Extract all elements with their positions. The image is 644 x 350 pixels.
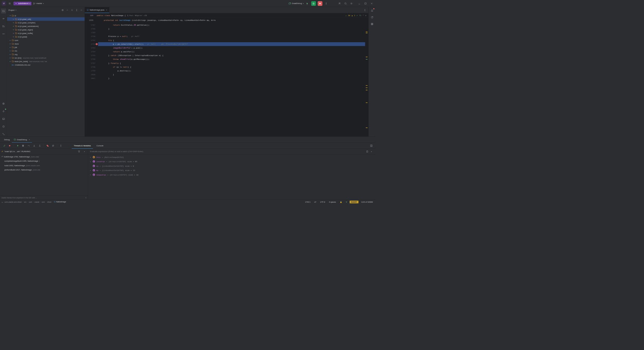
line-separator[interactable]: LF [313,201,317,203]
run-button[interactable]: | [305,2,309,6]
inspections-widget[interactable]: ⚠30 ▲2 ✔71 ^ v [345,14,366,16]
debug-button[interactable] [311,1,316,6]
tree-row[interactable]: ▸ci [ci.graal] [7,35,85,38]
project-tool-button[interactable] [1,9,6,14]
indent-settings[interactable]: 4 spaces [328,201,337,203]
chevron-down-icon[interactable]: v [365,14,366,16]
console-tab[interactable]: Console [94,143,105,149]
tree-row[interactable]: ▸ci [ci.graal_sdk] [7,17,85,21]
commit-tool-button[interactable] [1,16,6,21]
stack-frame[interactable]: ↶buildImage:1792, NativeImage (com.orac [0,154,88,159]
chevron-up-icon[interactable]: ^ [363,14,364,16]
rerun-button[interactable] [2,144,6,148]
variable-row[interactable]: ▸pmp = {LinkedHashSet@4706} size = 13 [88,168,376,172]
minimize-panel-button[interactable] [80,8,83,12]
run-tool-button[interactable] [1,101,6,106]
view-breakpoints-button[interactable] [46,144,50,148]
tree-row[interactable]: ▸docs [7,42,85,46]
variables-list[interactable]: ▸othis = {NativeImage@4703}▸pjavaArgs = … [88,154,376,200]
watch-input[interactable] [90,150,365,153]
readonly-toggle[interactable]: 🔓 [339,201,343,203]
debug-tab-main[interactable]: Debug [2,137,12,143]
tree-row[interactable]: ▸ci [ci.graal_substratevm] [7,24,85,28]
structure-button[interactable] [370,22,374,26]
settings-button[interactable] [349,2,353,6]
vim-status[interactable]: V [345,201,348,203]
tree-row[interactable]: ▸ci [ci.graal_compiler] [7,21,85,24]
more-actions-button[interactable] [324,2,328,6]
step-into-button[interactable] [32,144,36,148]
collapse-all-button[interactable] [70,8,74,12]
error-stripe[interactable] [365,23,369,137]
mute-breakpoints-button[interactable] [51,144,55,148]
filter-frames-button[interactable] [77,149,81,153]
layout-settings-button[interactable] [369,144,373,148]
vcs-tool-button[interactable] [1,132,6,137]
tree-row[interactable]: ▸mx [7,49,85,53]
pull-requests-tool-button[interactable] [1,24,6,29]
tab-options-button[interactable] [363,8,367,12]
expand-all-button[interactable] [66,8,69,12]
stack-frame[interactable]: performBuild:1917, NativeImage (com.ora [0,167,88,172]
tree-row[interactable]: M↓CHANGELOG.md [7,63,85,67]
debug-options-button[interactable] [59,144,63,148]
tree-row[interactable]: ▸jdk [7,46,85,49]
problems-tool-button[interactable] [1,124,6,129]
close-window-button[interactable] [370,2,374,6]
variable-row[interactable]: ▸pjavaArgs = {ArrayList@4704} size = 89 [88,159,376,164]
ai-assistant-button[interactable] [370,15,374,19]
tree-row[interactable]: ▸tests [mx_tests]test sources root, \\w [7,60,85,63]
stack-frame[interactable]: build:1952, NativeImage (com.oracle.svm. [0,163,88,167]
tree-row[interactable]: ▸ci [ci.graal_regex] [7,28,85,31]
variable-row[interactable]: pcp = {LinkedHashSet@4705} size = 0 [88,164,376,168]
caret-position[interactable]: 1792:1 [304,201,312,203]
tree-row[interactable]: ▸org [7,53,85,56]
close-icon[interactable]: × [29,139,30,141]
variable-row[interactable]: ▸othis = {NativeImage@4703} [88,155,376,159]
stop-debug-button[interactable] [8,144,12,148]
threads-vars-tab[interactable]: Threads & Variables [72,143,93,149]
thread-dropdown[interactable]: ▾ [82,149,86,153]
debug-tab-config[interactable]: GraalDebug × [12,137,32,143]
stack-frame[interactable]: completeImageBuild:1395, NativeImage ( [0,159,88,163]
maximize-window-button[interactable] [364,2,368,6]
branch-selector[interactable]: master ▾ [33,2,44,5]
notifications-button[interactable] [370,9,374,13]
select-opened-file-button[interactable] [61,8,64,12]
memory-indicator[interactable]: 1123 of 3200M [360,201,374,203]
close-tab-icon[interactable]: × [106,9,107,11]
app-icon[interactable]: IJ [2,2,6,6]
frames-list[interactable]: ↶buildImage:1792, NativeImage (com.oracc… [0,154,88,196]
main-menu-button[interactable] [8,2,12,6]
project-selector[interactable]: S substratevm ▾ [14,2,31,5]
file-encoding[interactable]: UTF-8 [319,201,326,203]
project-tree[interactable]: ▾ci▸ci [ci.graal_sdk]▸ci [ci.graal_compi… [7,13,85,137]
step-out-button[interactable] [38,144,42,148]
resume-button[interactable] [15,144,19,148]
tree-row[interactable]: ▸src [mx]sources root, \\wsl.localhost [7,56,85,60]
tree-row[interactable]: ▸ci [ci.graal_truffle] [7,31,85,35]
editor-tab-nativeimage[interactable]: Ⓒ NativeImage.java × [85,7,109,13]
stop-button[interactable] [318,1,323,6]
search-everywhere-button[interactable] [343,2,347,6]
author-annotation[interactable]: Paul Wögerer +38 [127,14,147,17]
terminal-tool-button[interactable] [1,116,6,121]
add-watch-button[interactable] [365,149,369,153]
step-over-button[interactable] [27,144,31,148]
editor-gutter[interactable]: 1787178817891790179117921793179417951796… [85,23,98,137]
minimize-window-button[interactable] [357,2,361,6]
debug-tool-button[interactable] [1,109,6,114]
tree-row[interactable]: ▸com [7,38,85,42]
more-tools-button[interactable] [1,31,6,36]
run-config-selector[interactable]: GraalDebug ▾ [289,2,304,5]
navbar-toggle[interactable]: ▭ [2,201,3,203]
chevron-down-icon[interactable]: ▾ [16,9,16,11]
variable-row[interactable]: ▸pimageArgs = {ArrayList@4707} size = 10 [88,172,376,177]
nav-breadcrumb[interactable]: com.oracle.svm.driver›src›com›oracle›svm… [5,201,66,203]
code-with-me-button[interactable] [338,2,342,6]
pause-button[interactable] [21,144,25,148]
editor-content[interactable]: return ExitStatus.OK.getValue(); } Proce… [98,23,365,137]
watch-dropdown[interactable]: ▾ [369,149,373,153]
panel-options-button[interactable] [75,8,78,12]
close-hint-button[interactable]: × [85,197,86,199]
